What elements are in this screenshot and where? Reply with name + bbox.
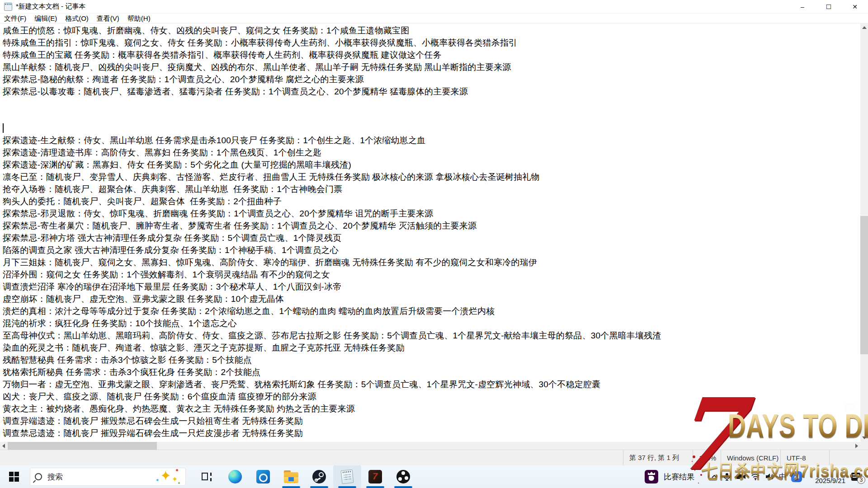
- text-editor[interactable]: 咸鱼王的愤怒：惊吓鬼魂、折磨幽魂、侍女、凶残的尖叫丧尸、窥伺之女 任务奖励：1个…: [0, 23, 860, 442]
- zoom-level-status: 100%: [693, 450, 721, 465]
- document-line: [0, 98, 860, 110]
- taskbar-clock[interactable]: 2025/9/21: [807, 477, 845, 484]
- document-line: 沼泽外围：窥伺之女 任务奖励：1个强效解毒剂、1个衰弱灵魂结晶 有不少的窥伺之女: [0, 268, 860, 281]
- document-line: 残酷智慧秘典 任务需求：击杀3个惊骇之影 任务奖励：5个技能点: [0, 354, 860, 366]
- document-line: 探索遗迹-清理遗迹书库：高阶侍女、黑寡妇 任务奖励：1个黑色残页、1个创生之匙: [0, 146, 860, 159]
- scrollbar-corner: [860, 442, 868, 450]
- document-line: 狗头人的委托：随机丧尸、尖叫丧尸、超聚合体 任务奖励：2个扭曲种子: [0, 195, 860, 207]
- title-bar: *新建文本文档 - 记事本 – ☐ ✕: [0, 0, 868, 14]
- document-line: 探索禁忌-寄生者巢穴：随机丧尸、臃肿寄生者、梦魇寄生者 任务奖励：1个调查员之心…: [0, 220, 860, 232]
- document-line: 月下三姐妹：随机丧尸、窥伺之女、黑寡妇、惊吓鬼魂、高阶侍女、寒冷的瑞伊、折磨幽魂…: [0, 256, 860, 268]
- status-spacer: [0, 450, 623, 465]
- minimize-button[interactable]: –: [789, 0, 816, 14]
- edge-taskbar-button[interactable]: [221, 465, 249, 488]
- document-line: 抢夺入场卷：随机丧尸、超聚合体、庆典刺客、黑山羊幼崽 任务奖励：1个古神晚会门票: [0, 183, 860, 195]
- document-line: 黄衣之主：被灼烧者、愚痴化身、灼热恶魔、黄衣之主 无特殊任务奖励 灼热之舌的主要…: [0, 403, 860, 415]
- taskbar-search-input[interactable]: 搜索 ✦✦✦: [30, 468, 186, 486]
- document-line: 万物归一者：虚无空泡、亚弗戈蒙之眼、穿刺渗透者、丧尸秃鹫、犹格索托斯幻象 任务奖…: [0, 378, 860, 390]
- camera-icon[interactable]: [736, 473, 746, 480]
- search-highlights-sparkle-icon: ✦✦✦: [156, 469, 181, 485]
- horizontal-scrollbar[interactable]: [0, 442, 860, 450]
- ime-indicator[interactable]: 中: [779, 472, 786, 482]
- task-view-icon: [202, 472, 212, 482]
- vertical-scrollbar-thumb[interactable]: [860, 216, 868, 354]
- steam-icon: [312, 470, 326, 483]
- steam-taskbar-button[interactable]: [305, 465, 333, 488]
- outlook-icon: [256, 470, 270, 483]
- menu-format[interactable]: 格式(O): [61, 14, 93, 23]
- document-line: 特殊咸鱼王的宝藏 任务奖励：概率获得各类猎杀指引、概率获得传奇人生药剂、概率获得…: [0, 49, 860, 61]
- status-tail: [829, 450, 868, 465]
- document-line: 凶犬：丧尸犬、瘟疫之源、随机丧尸 任务奖励：6个瘟疫血清 瘟疫獠牙的部分来源: [0, 390, 860, 403]
- document-line: 探索禁忌-以毒攻毒：随机丧尸、猛毒渗透者、猛毒污染者 任务奖励：1个调查员之心、…: [0, 85, 860, 98]
- document-line: 虚空崩坏：随机丧尸、虚无空泡、亚弗戈蒙之眼 任务奖励：10个虚无晶体: [0, 293, 860, 305]
- tray-chevron-up-icon[interactable]: [711, 473, 718, 480]
- document-line: 染血的死灵之书：随机丧尸、殉道者、惊骇之影、湮灭之子克苏提斯、血腥之子克苏托亚 …: [0, 342, 860, 354]
- scroll-down-arrow-icon[interactable]: [862, 436, 867, 439]
- document-line: 犹格索托斯秘典 任务需求：击杀3个疯狂化身 任务奖励：2个技能点: [0, 366, 860, 378]
- search-placeholder: 搜索: [47, 472, 63, 482]
- document-line: 探索禁忌-隐秘的献祭：殉道者 任务奖励：1个调查员之心、20个梦魇精华 腐烂之心…: [0, 73, 860, 85]
- document-line: 探索遗迹-生之献祭：侍女、黑山羊幼崽 任务需求是击杀100只丧尸 任务奖励：1个…: [0, 134, 860, 146]
- file-explorer-taskbar-button[interactable]: [277, 465, 305, 488]
- start-button[interactable]: [3, 465, 25, 488]
- taskbar: 搜索 ✦✦✦: [0, 465, 868, 488]
- obs-icon: [396, 470, 410, 483]
- menu-help[interactable]: 帮助(H): [123, 14, 155, 23]
- scroll-left-arrow-icon[interactable]: [2, 444, 5, 448]
- taskbar-date: 2025/9/21: [807, 477, 845, 484]
- document-line: 调查禁忌遗迹：随机丧尸 摧毁异端石碑会生成一只烂皮漫步者 无特殊任务奖励: [0, 427, 860, 439]
- document-line: 至高母神仪式：黑山羊幼崽、黑暗玛莉、高阶侍女、侍女、瘟疫之源、莎布尼古拉斯之影 …: [0, 329, 860, 342]
- volume-icon[interactable]: [765, 473, 774, 481]
- seven-days-to-die-icon: [368, 470, 382, 483]
- notepad-taskbar-button[interactable]: [333, 465, 361, 488]
- document-line: 探索遗迹-深渊的矿藏：黑寡妇、侍女 任务奖励：5个劣化之血 (大量可挖掘的黑暗丰…: [0, 159, 860, 171]
- obs-taskbar-button[interactable]: [389, 465, 417, 488]
- document-line: 咸鱼王的愤怒：惊吓鬼魂、折磨幽魂、侍女、凶残的尖叫丧尸、窥伺之女 任务奖励：1个…: [0, 24, 860, 37]
- ai-assistant-icon[interactable]: Ai: [791, 471, 802, 482]
- document-line: [0, 122, 860, 134]
- search-icon: [35, 473, 42, 480]
- window-title: *新建文本文档 - 记事本: [16, 2, 85, 11]
- notification-center-button[interactable]: 3: [848, 465, 863, 488]
- document-line: 陷落的调查员之家 强大古神清理任务成分复杂 任务奖励：1个神秘手稿、1个调查员之…: [0, 244, 860, 256]
- game-taskbar-button[interactable]: [361, 465, 389, 488]
- notepad-window: *新建文本文档 - 记事本 – ☐ ✕ 文件(F) 编辑(E) 格式(O) 查看…: [0, 0, 868, 488]
- notification-badge: 3: [857, 476, 865, 484]
- maximize-button[interactable]: ☐: [816, 0, 842, 14]
- scroll-up-arrow-icon[interactable]: [862, 26, 867, 29]
- text-caret: [3, 123, 4, 133]
- status-bar: 第 37 行, 第 1 列 100% Windows (CRLF) UTF-8: [0, 450, 868, 465]
- line-ending-status: Windows (CRLF): [721, 450, 780, 465]
- menu-bar: 文件(F) 编辑(E) 格式(O) 查看(V) 帮助(H): [0, 14, 868, 23]
- menu-file[interactable]: 文件(F): [0, 14, 30, 23]
- edge-icon: [228, 470, 242, 483]
- menu-edit[interactable]: 编辑(E): [30, 14, 61, 23]
- document-line: 调查溃烂沼泽 寒冷的瑞伊在沼泽地下最里层 任务奖励：3个秘术草人、1个八面汉剑-…: [0, 281, 860, 293]
- document-line: 调查异端遗迹：随机丧尸 摧毁禁忌石碑会生成一只始祖寄生者 无特殊任务奖励: [0, 415, 860, 427]
- microphone-icon[interactable]: [723, 472, 731, 481]
- document-line: 凛冬已至：随机丧尸、变异雪人、庆典刺客、古怪游客、烂皮行者、扭曲雪人王 无特殊任…: [0, 171, 860, 183]
- document-line: 探索禁忌-邪神方塔 强大古神清理任务成分复杂 任务奖励：5个调查员亡魂、1个降灵…: [0, 232, 860, 244]
- notepad-icon: [341, 469, 354, 484]
- wifi-icon[interactable]: [751, 473, 760, 480]
- folder-icon: [284, 472, 298, 483]
- close-button[interactable]: ✕: [842, 0, 868, 14]
- windows-logo-icon: [9, 472, 19, 482]
- cursor-position-status: 第 37 行, 第 1 列: [623, 450, 693, 465]
- horizontal-scrollbar-thumb[interactable]: [8, 442, 157, 450]
- scroll-right-arrow-icon[interactable]: [855, 444, 858, 448]
- vertical-scrollbar[interactable]: [860, 23, 868, 442]
- document-line: 混沌的祈求：疯狂化身 任务奖励：10个技能点、1个遗忘之心: [0, 317, 860, 329]
- document-line: 特殊咸鱼王的指引：惊吓鬼魂、窥伺之女、侍女 任务奖励：小概率获得传奇人生药剂、小…: [0, 37, 860, 49]
- menu-view[interactable]: 查看(V): [93, 14, 123, 23]
- system-tray: 中 Ai: [711, 471, 802, 482]
- outlook-taskbar-button[interactable]: [249, 465, 277, 488]
- sports-widget[interactable]: 比赛结果: [640, 470, 699, 483]
- document-line: 探索禁忌-邪灵退散：侍女、惊吓鬼魂、折磨幽魂 任务奖励：1个调查员之心、20个梦…: [0, 207, 860, 220]
- premier-league-icon: [645, 470, 658, 483]
- document-line: 黑山羊献祭：随机丧尸、凶残的尖叫丧尸、疫病魔犬、凶残的布尔、黑山羊使者、黑山羊子…: [0, 61, 860, 73]
- document-line: [0, 110, 860, 122]
- widget-label: 比赛结果: [664, 472, 694, 482]
- task-view-button[interactable]: [193, 465, 221, 488]
